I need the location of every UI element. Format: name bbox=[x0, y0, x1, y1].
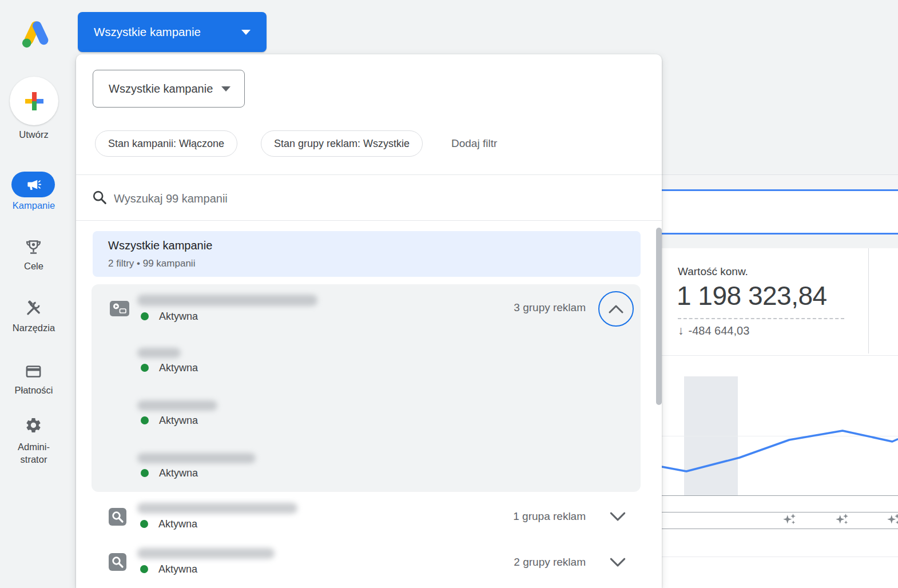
gear-icon[interactable] bbox=[25, 416, 42, 434]
metric-dashed-underline bbox=[678, 318, 844, 319]
ai-sparkle-icon bbox=[835, 513, 849, 528]
background-toolbar-strip bbox=[661, 175, 898, 189]
chevron-down-icon[interactable] bbox=[610, 558, 626, 567]
chevron-down-icon[interactable] bbox=[610, 512, 626, 521]
administrator-label-line1: Admini- bbox=[18, 442, 50, 452]
google-ads-logo[interactable] bbox=[18, 17, 51, 50]
status-dot bbox=[141, 364, 149, 372]
ai-sparkle-icon bbox=[886, 513, 898, 528]
metric-delta: ↓-484 644,03 bbox=[678, 324, 749, 337]
table-rule-faint bbox=[661, 557, 898, 557]
ad-group-count: 3 grupy reklam bbox=[92, 301, 586, 314]
status-label: Aktywna bbox=[159, 467, 198, 479]
metric-delta-value: -484 644,03 bbox=[689, 324, 750, 337]
background-white-band bbox=[661, 191, 898, 233]
status-label: Aktywna bbox=[159, 361, 198, 374]
scope-select-value: Wszystkie kampanie bbox=[109, 70, 213, 107]
chart-line-svg bbox=[661, 356, 898, 495]
conversion-value-metric-value: 1 198 323,84 bbox=[677, 280, 827, 311]
sidebar-item-kampanie[interactable] bbox=[11, 172, 55, 197]
search-input[interactable] bbox=[114, 188, 526, 209]
panel-divider bbox=[76, 220, 662, 221]
administrator-label-line2: strator bbox=[21, 454, 47, 464]
all-campaigns-title: Wszystkie kampanie bbox=[108, 239, 212, 252]
sidebar-item-platnosci-label[interactable]: Płatności bbox=[0, 385, 67, 396]
table-rule-3 bbox=[661, 529, 898, 529]
add-filter-button[interactable]: Dodaj filtr bbox=[451, 130, 497, 157]
panel-divider bbox=[76, 174, 662, 175]
down-arrow-icon: ↓ bbox=[678, 324, 684, 337]
all-campaigns-option[interactable]: Wszystkie kampanie 2 filtry • 99 kampani… bbox=[93, 231, 641, 277]
create-button[interactable] bbox=[10, 77, 58, 125]
expanded-campaign-option[interactable]: Aktywna 3 grupy reklam Aktywna Aktywna A… bbox=[92, 284, 641, 492]
chevron-down-icon bbox=[221, 86, 231, 92]
all-campaigns-subtitle: 2 filtry • 99 kampanii bbox=[108, 258, 195, 269]
status-label: Aktywna bbox=[159, 414, 198, 427]
campaign-selector-panel: Wszystkie kampanie Stan kampanii: Włączo… bbox=[76, 54, 662, 588]
filter-chip-campaign-status[interactable]: Stan kampanii: Włączone bbox=[95, 130, 237, 157]
scope-select[interactable]: Wszystkie kampanie bbox=[93, 70, 245, 108]
table-rule-1 bbox=[661, 495, 898, 496]
panel-scrollbar[interactable] bbox=[656, 228, 662, 405]
status-dot bbox=[141, 416, 149, 424]
ad-group-count: 1 grupa reklam bbox=[76, 510, 586, 523]
chevron-up-icon bbox=[609, 305, 623, 313]
performance-line-chart bbox=[661, 356, 898, 495]
sidebar-item-narzedzia-label[interactable]: Narzędzia bbox=[0, 323, 67, 333]
filter-chip-adgroup-status[interactable]: Stan grupy reklam: Wszystkie bbox=[261, 130, 423, 157]
ad-group-count: 2 grupy reklam bbox=[76, 556, 586, 569]
conversion-value-metric-label: Wartość konw. bbox=[678, 265, 748, 278]
chevron-down-icon bbox=[241, 30, 251, 35]
table-rule-2 bbox=[661, 512, 898, 512]
metric-column-divider bbox=[868, 248, 869, 353]
campaign-scope-button-label: Wszystkie kampanie bbox=[94, 12, 201, 52]
credit-card-icon[interactable] bbox=[25, 363, 42, 380]
ai-sparkle-icon bbox=[782, 513, 797, 528]
status-dot bbox=[141, 469, 149, 477]
ad-group-name-redacted bbox=[137, 400, 217, 411]
sidebar-item-cele-label[interactable]: Cele bbox=[0, 261, 67, 272]
plus-icon bbox=[24, 91, 45, 112]
megaphone-icon bbox=[26, 177, 41, 192]
ad-group-name-redacted bbox=[137, 348, 181, 358]
sidebar-item-administrator-label[interactable]: Admini- strator bbox=[0, 440, 67, 466]
ad-group-name-redacted bbox=[137, 453, 256, 463]
background-gray-strip bbox=[661, 235, 898, 248]
create-label: Utwórz bbox=[0, 129, 67, 140]
trophy-icon[interactable] bbox=[24, 238, 43, 257]
tools-icon[interactable] bbox=[24, 299, 43, 317]
campaign-scope-button[interactable]: Wszystkie kampanie bbox=[78, 12, 267, 52]
sidebar-item-kampanie-label: Kampanie bbox=[0, 200, 67, 211]
search-icon bbox=[91, 189, 108, 205]
collapse-button[interactable] bbox=[598, 291, 634, 327]
chart-line bbox=[662, 431, 897, 471]
